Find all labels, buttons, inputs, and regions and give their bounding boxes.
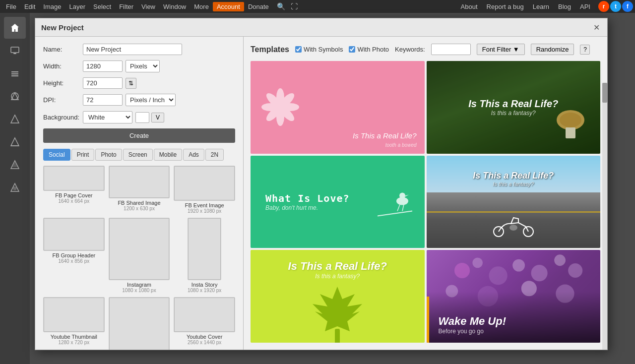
help-button[interactable]: ? [580, 45, 590, 55]
preview-lime[interactable]: Is This a Real Life? Is this a fantasy? [251, 250, 425, 343]
yellow-accent-bar [427, 297, 429, 343]
scrollbar-track [602, 83, 607, 350]
background-v-button[interactable]: V [151, 113, 164, 122]
template-insta-story[interactable]: Insta Story 1080 x 1920 px [174, 218, 235, 293]
svg-point-34 [509, 225, 517, 231]
facebook-icon[interactable]: f [622, 1, 633, 12]
background-label: Background: [43, 114, 83, 121]
menu-item-edit[interactable]: Edit [20, 2, 39, 11]
background-select[interactable]: White Black Transparent [83, 111, 132, 123]
template-fb-group-header[interactable]: FB Group Header 1640 x 856 px [43, 218, 105, 293]
menu-item-select[interactable]: Select [89, 2, 115, 11]
svg-line-30 [397, 204, 400, 211]
menu-item-bug[interactable]: Report a bug [483, 2, 528, 11]
sidebar-item-vector3[interactable] [4, 154, 26, 176]
template-tabs: Social Print Photo Screen Mobile Ads 2N [43, 149, 235, 161]
svg-rect-3 [11, 73, 18, 74]
sidebar-item-shapes[interactable] [4, 85, 26, 107]
background-color-swatch[interactable] [135, 112, 149, 123]
svg-marker-29 [405, 194, 409, 196]
menu-item-filter[interactable]: Filter [115, 2, 137, 11]
fullscreen-icon[interactable]: ⛶ [288, 0, 301, 13]
dpi-label: DPI: [43, 96, 83, 104]
menu-item-file[interactable]: File [2, 2, 20, 11]
preview-pink-floral[interactable]: Is This a Real Life? tooth a bowed [251, 61, 425, 154]
forest-title: Is This a Real Life? Is this a fantasy? [468, 98, 558, 117]
with-photo-checkbox[interactable] [349, 46, 355, 53]
preview-purple[interactable]: Wake Me Up! Before you go go [427, 250, 601, 343]
menu-item-blog[interactable]: Blog [554, 2, 575, 11]
name-input[interactable] [83, 44, 182, 55]
tab-photo[interactable]: Photo [95, 149, 122, 161]
svg-rect-4 [11, 75, 18, 76]
tab-ads[interactable]: Ads [183, 149, 204, 161]
with-symbols-checkbox-label[interactable]: With Symbols [295, 46, 343, 53]
svg-point-38 [489, 267, 507, 285]
swap-dimensions-button[interactable]: ⇅ [126, 78, 136, 89]
template-fb-event-image[interactable]: FB Event Image 1920 x 1080 px [174, 166, 235, 214]
template-grid: FB Page Cover 1640 x 664 px FB Shared Im… [43, 166, 235, 350]
menu-item-learn[interactable]: Learn [529, 2, 553, 11]
scrollbar-thumb[interactable] [602, 83, 607, 103]
sidebar-item-vector4[interactable] [4, 177, 26, 198]
menu-item-window[interactable]: Window [159, 2, 190, 11]
create-button[interactable]: Create [43, 128, 235, 143]
dpi-unit-select[interactable]: Pixels / Inch Pixels / cm [126, 94, 176, 106]
template-youtube-thumbnail[interactable]: Youtube Thumbnail 1280 x 720 px [43, 297, 105, 350]
dialog-titlebar: New Project ✕ [35, 18, 607, 37]
svg-marker-8 [11, 138, 19, 146]
sidebar-item-vector2[interactable] [4, 131, 26, 153]
template-fb-page-cover[interactable]: FB Page Cover 1640 x 664 px [43, 166, 105, 214]
menu-item-layer[interactable]: Layer [65, 2, 90, 11]
sidebar-item-home[interactable] [4, 17, 26, 39]
menu-item-image[interactable]: Image [39, 2, 65, 11]
template-fb-shared-image[interactable]: FB Shared Image 1200 x 630 px [109, 166, 170, 214]
reddit-icon[interactable]: r [598, 1, 609, 12]
sidebar-item-monitor[interactable] [4, 40, 26, 61]
new-project-dialog: New Project ✕ Name: Width: Pixels Inches… [35, 18, 608, 350]
with-symbols-checkbox[interactable] [295, 46, 302, 53]
tab-print[interactable]: Print [71, 149, 95, 161]
flower-icon [260, 87, 300, 127]
pink-title-text: Is This a Real Life? [353, 131, 416, 140]
preview-teal[interactable]: What Is Love? Baby, don't hurt me. [251, 156, 425, 248]
svg-marker-7 [11, 115, 19, 123]
menu-item-donate[interactable]: Donate [244, 2, 273, 11]
search-icon[interactable]: 🔍 [275, 0, 288, 13]
menu-item-more[interactable]: More [190, 2, 213, 11]
width-input[interactable] [83, 61, 123, 72]
dialog-close-button[interactable]: ✕ [591, 22, 601, 32]
left-panel: Name: Width: Pixels Inches cm Height: ⇅ [35, 37, 244, 350]
menu-item-view[interactable]: View [137, 2, 159, 11]
width-unit-select[interactable]: Pixels Inches cm [126, 60, 160, 72]
twitter-icon[interactable]: t [610, 1, 621, 12]
template-youtube-profile[interactable]: Youtube Profile 800 x 800 px [109, 297, 170, 350]
dpi-input[interactable] [83, 94, 123, 106]
svg-line-31 [402, 204, 404, 211]
tab-2n[interactable]: 2N [205, 149, 224, 161]
menubar: File Edit Image Layer Select Filter View… [0, 0, 635, 13]
sidebar-item-layers[interactable] [4, 62, 26, 84]
maple-leaf-icon [303, 282, 372, 343]
with-photo-checkbox-label[interactable]: With Photo [349, 46, 389, 53]
menu-item-account[interactable]: Account [213, 2, 244, 11]
template-youtube-cover[interactable]: Youtube Cover 2560 x 1440 px [174, 297, 235, 350]
tab-mobile[interactable]: Mobile [154, 149, 182, 161]
svg-line-26 [378, 211, 412, 216]
menu-item-about[interactable]: About [457, 2, 482, 11]
font-filter-button[interactable]: Font Filter ▼ [477, 44, 525, 55]
template-instagram[interactable]: Instagram 1080 x 1080 px [109, 218, 170, 293]
tab-social[interactable]: Social [43, 149, 70, 161]
randomize-button[interactable]: Randomize [531, 44, 574, 55]
name-label: Name: [43, 46, 83, 53]
svg-point-42 [568, 263, 582, 278]
preview-forest[interactable]: Is This a Real Life? Is this a fantasy? [427, 61, 601, 154]
road-title: Is This a Real Life? Is this a fantasy? [473, 171, 554, 187]
preview-road[interactable]: Is This a Real Life? Is this a fantasy? [427, 156, 601, 248]
height-input[interactable] [83, 77, 123, 89]
tab-screen[interactable]: Screen [123, 149, 153, 161]
sidebar-item-vector1[interactable] [4, 108, 26, 130]
sidebar [0, 13, 30, 364]
keywords-input[interactable] [431, 44, 471, 55]
menu-item-api[interactable]: API [576, 2, 594, 11]
